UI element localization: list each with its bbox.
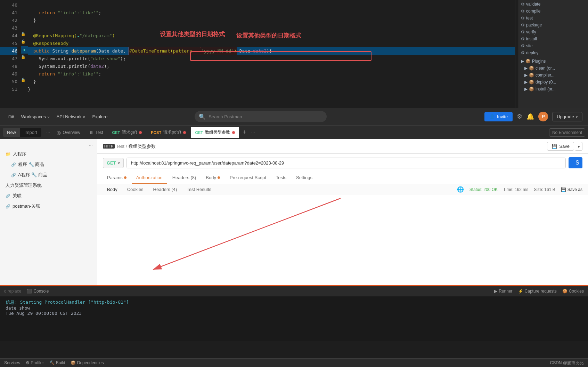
method-label-get2: GET	[195, 130, 203, 135]
import-button[interactable]: Import	[20, 128, 41, 137]
chevron-method-icon: ∨	[117, 161, 120, 165]
req-tab-headers[interactable]: Headers (8)	[168, 172, 201, 184]
tab-post-request[interactable]: POST 请求po's't	[147, 127, 190, 138]
runner-button[interactable]: ▶ Runner	[494, 289, 512, 294]
url-input[interactable]	[126, 158, 566, 168]
dependencies-label[interactable]: 📦 Dependencies	[71, 360, 104, 365]
req-tab-settings[interactable]: Settings	[292, 172, 317, 184]
search-placeholder: Search Postman	[209, 114, 242, 119]
maven-install[interactable]: ⚙install	[519, 35, 588, 42]
maven-verify[interactable]: ⚙verify	[519, 29, 588, 35]
tab-overview[interactable]: ◎ Overview	[52, 127, 84, 138]
console-line-3: Tue Aug 29 00:00:00 CST 2023	[6, 311, 582, 316]
resp-tab-body[interactable]: Body	[103, 184, 122, 195]
postman-main: ··· 📁 入程序 🔗 程序 🔧 商品 🔗 A程序 🔧 商品 人力资源管理系统	[0, 139, 588, 285]
find-replace-label[interactable]: d replace	[4, 289, 21, 294]
send-button[interactable]: S	[569, 157, 582, 168]
link-icon-2: 🔗	[11, 173, 16, 177]
bell-icon[interactable]: 🔔	[526, 113, 534, 120]
invite-button[interactable]: 👤 Invite	[484, 112, 513, 121]
request-tabs: Params Authorization Headers (8) Body	[97, 172, 588, 184]
req-tab-params[interactable]: Params	[103, 172, 131, 184]
sidebar-more-button[interactable]: ···	[45, 130, 52, 135]
sidebar-item-postman-关联[interactable]: 🔗 postman-关联	[3, 201, 94, 212]
req-tab-authorization[interactable]: Authorization	[132, 172, 167, 184]
search-bar[interactable]: 🔍 Search Postman	[195, 111, 327, 122]
sidebar-item-商品1[interactable]: 🔗 程序 🔧 商品	[3, 159, 94, 170]
maven-deploy[interactable]: ⚙deploy	[519, 49, 588, 56]
console-line-1: 信息: Starting ProtocolHandler ["http-bio-…	[6, 299, 582, 305]
profiler-label[interactable]: ⚙ Profiler	[26, 360, 44, 365]
response-tabs: Body Cookies Headers (4) Test Results 🌐 …	[97, 184, 588, 195]
link-icon-4: 🔗	[6, 204, 10, 209]
maven-clean[interactable]: ▶📦clean (or...	[519, 65, 588, 72]
sidebar-item-hr[interactable]: 人力资源管理系统	[3, 180, 94, 191]
maven-test[interactable]: ⚙test	[519, 15, 588, 22]
nav-explore[interactable]: Explore	[89, 113, 110, 121]
maven-validate[interactable]: ⚙validate	[519, 1, 588, 8]
chevron-save-icon: ∨	[578, 145, 580, 149]
maven-package[interactable]: ⚙package	[519, 22, 588, 29]
console-button[interactable]: ⬛ Console	[27, 289, 49, 294]
upgrade-button[interactable]: Upgrade ∨	[552, 112, 582, 121]
tab-get-request[interactable]: GET 请求ge't	[108, 127, 146, 138]
ide-gutter: 🔒 🔒 ● 🔒 🔒	[21, 0, 28, 108]
maven-plugins[interactable]: ▶📦Plugins	[519, 58, 588, 65]
postman-header: me Workspaces ∨ API Network ∨ Explore 🔍 …	[0, 108, 588, 125]
maven-compile[interactable]: ⚙compile	[519, 8, 588, 15]
req-tab-pre-request[interactable]: Pre-request Script	[226, 172, 270, 184]
sidebar-item-程序[interactable]: 📁 入程序	[3, 149, 94, 159]
save-dropdown-button[interactable]: ∨	[575, 142, 582, 151]
csdn-label: CSDN @恶熊比比	[550, 360, 584, 366]
method-select[interactable]: GET ∨	[103, 158, 124, 168]
req-tab-body[interactable]: Body	[202, 172, 224, 184]
code-line-49: return "'info':'like'";	[28, 70, 515, 78]
bottom-bar: Services ⚙ Profiler 🔨 Build 📦 Dependenci…	[0, 358, 588, 367]
resp-tab-test-results[interactable]: Test Results	[182, 184, 215, 195]
maven-site[interactable]: ⚙site	[519, 42, 588, 49]
ide-code-area: return "'info':'like'"; } @RequestMappin…	[28, 0, 515, 108]
sidebar-item-关联[interactable]: 🔗 关联	[3, 191, 94, 201]
console-toolbar: d replace ⬛ Console ▶ Runner ⚡ Capture r…	[0, 286, 588, 296]
code-line-46: public String dateparam(Date date, @Date…	[28, 47, 515, 55]
cookies-icon: 🍪	[562, 289, 567, 294]
runner-icon: ▶	[494, 289, 497, 294]
cookies-button[interactable]: 🍪 Cookies	[562, 289, 584, 294]
code-line-51: }	[28, 86, 515, 93]
sidebar-item-商品2[interactable]: 🔗 A程序 🔧 商品	[3, 170, 94, 180]
code-line-43	[28, 24, 515, 32]
nav-workspaces[interactable]: Workspaces ∨	[18, 113, 52, 121]
ide-left-panel: 40 41 42 43 44 45 46 47 48 49 50 51 🔒	[0, 0, 518, 108]
code-line-47: System.out.println("date show");	[28, 55, 515, 63]
build-label[interactable]: 🔨 Build	[49, 360, 65, 365]
maven-install2[interactable]: ▶📦install (or...	[519, 86, 588, 93]
req-tab-tests[interactable]: Tests	[272, 172, 291, 184]
tab-test[interactable]: 🗑 Test	[85, 127, 107, 138]
method-label-post: POST	[151, 130, 161, 135]
save-button[interactable]: 💾 Save	[547, 142, 574, 151]
save-as-button[interactable]: 💾 Save as	[561, 187, 582, 192]
environment-selector[interactable]: No Environment	[549, 128, 585, 137]
ide-section: 40 41 42 43 44 45 46 47 48 49 50 51 🔒	[0, 0, 588, 108]
more-tabs-button[interactable]: ···	[250, 130, 257, 135]
method-label: GET	[107, 160, 116, 166]
nav-api-network[interactable]: API Network ∨	[54, 113, 88, 121]
sidebar-options-button[interactable]: ···	[89, 143, 93, 148]
code-line-48: System.out.println(date2);	[28, 63, 515, 70]
maven-deploy2[interactable]: ▶📦deploy (0...	[519, 79, 588, 86]
resp-tab-cookies[interactable]: Cookies	[123, 184, 148, 195]
maven-compiler[interactable]: ▶📦compiler...	[519, 72, 588, 79]
capture-button[interactable]: ⚡ Capture requests	[518, 289, 557, 294]
services-label[interactable]: Services	[4, 360, 20, 365]
add-tab-button[interactable]: +	[240, 129, 249, 136]
tab-array-params[interactable]: GET 数组类型参数	[191, 127, 239, 138]
ide-line-numbers: 40 41 42 43 44 45 46 47 48 49 50 51	[0, 0, 21, 108]
new-button[interactable]: New	[3, 128, 20, 137]
collection-icon: 📁	[6, 152, 11, 157]
resp-tab-headers[interactable]: Headers (4)	[149, 184, 181, 195]
settings-icon[interactable]: ⚙	[517, 113, 522, 120]
tab-dot-2	[183, 131, 186, 134]
code-line-44: @RequestMapping(☁"/dateparam")	[28, 32, 515, 40]
ide-scrollbar[interactable]	[515, 0, 518, 108]
nav-me[interactable]: me	[6, 113, 17, 120]
